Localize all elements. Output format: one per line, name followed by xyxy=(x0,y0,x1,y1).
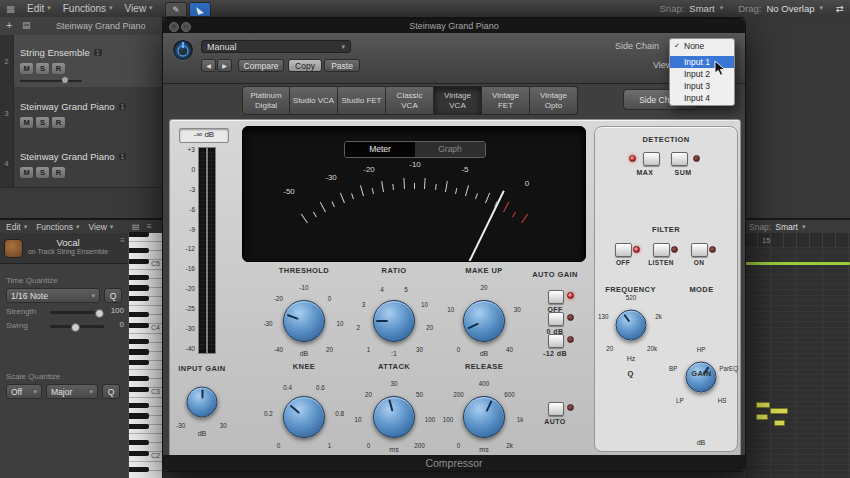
makeup-knob[interactable]: 010203040 xyxy=(439,289,529,353)
menu-edit[interactable]: Edit▾ xyxy=(27,3,51,14)
track-row[interactable]: 2 String Ensemble1 M S R xyxy=(0,35,162,88)
mute-button[interactable]: M xyxy=(20,63,33,74)
pr-menu-edit[interactable]: Edit▾ xyxy=(6,222,27,232)
piano-black-key[interactable] xyxy=(129,387,149,392)
knob-dial[interactable] xyxy=(463,396,505,438)
circuit-studio-vca[interactable]: Studio VCA xyxy=(290,86,338,115)
menu-functions[interactable]: Functions▾ xyxy=(63,3,113,14)
link-window-button[interactable]: – xyxy=(181,22,191,32)
pointer-tool-button[interactable] xyxy=(189,2,211,17)
close-window-button[interactable]: × xyxy=(169,22,179,32)
time-quantize-q-button[interactable]: Q xyxy=(104,288,122,303)
next-preset-button[interactable]: ▶ xyxy=(217,59,232,72)
menu-item-input-4[interactable]: Input 4 xyxy=(670,92,734,104)
menu-item-input-1[interactable]: Input 1 xyxy=(670,56,734,68)
attack-knob[interactable]: 010203050100200 xyxy=(349,385,439,449)
piano-black-key[interactable] xyxy=(129,360,149,365)
piano-view-icon[interactable]: ▤ xyxy=(132,222,140,231)
piano-black-key[interactable] xyxy=(129,296,149,301)
drag-select[interactable]: No Overlap xyxy=(766,3,814,14)
prev-preset-button[interactable]: ◀ xyxy=(201,59,216,72)
knob-dial[interactable] xyxy=(373,300,415,342)
midi-note[interactable] xyxy=(756,414,768,420)
solo-button[interactable]: S xyxy=(36,63,49,74)
release-knob[interactable]: 01002004006001k2k xyxy=(439,385,529,449)
paste-button[interactable]: Paste xyxy=(324,59,360,72)
piano-black-key[interactable] xyxy=(129,339,149,344)
solo-button[interactable]: S xyxy=(36,167,49,178)
knob-dial[interactable] xyxy=(283,300,325,342)
circuit-classic-vca[interactable]: Classic VCA xyxy=(386,86,434,115)
knob-dial[interactable] xyxy=(463,300,505,342)
auto-gain-off-button[interactable] xyxy=(548,290,564,304)
circuit-vintage-vca[interactable]: Vintage VCA xyxy=(434,86,482,115)
scale-select[interactable]: Major ▾ xyxy=(46,384,98,399)
time-quantize-select[interactable]: 1/16 Note ▾ xyxy=(6,288,100,303)
list-view-icon[interactable]: ≡ xyxy=(147,222,152,231)
detection-max-button[interactable] xyxy=(643,152,660,166)
midi-note[interactable] xyxy=(774,420,785,426)
circuit-vintage-fet[interactable]: Vintage FET xyxy=(482,86,530,115)
mute-button[interactable]: M xyxy=(20,117,33,128)
piano-black-key[interactable] xyxy=(129,376,149,381)
circuit-vintage-opto[interactable]: Vintage Opto xyxy=(530,86,578,115)
midi-note[interactable] xyxy=(744,262,850,265)
knob-dial[interactable] xyxy=(187,387,218,418)
knob-dial[interactable] xyxy=(283,396,325,438)
piano-black-key[interactable] xyxy=(129,413,149,418)
swing-slider-handle[interactable] xyxy=(71,323,80,332)
auto-gain-minus12db-button[interactable] xyxy=(548,334,564,348)
piano-black-key[interactable] xyxy=(129,467,149,472)
piano-black-key[interactable] xyxy=(129,275,149,280)
circuit-platinum-digital[interactable]: Platinum Digital xyxy=(242,86,290,115)
auto-release-button[interactable] xyxy=(548,402,564,416)
piano-black-key[interactable] xyxy=(129,312,149,317)
scale-root-select[interactable]: Off ▾ xyxy=(6,384,42,399)
grid-icon[interactable]: ▦ xyxy=(6,3,15,14)
track-row[interactable]: 3 Steinway Grand Piano1 M S R xyxy=(0,87,162,140)
piano-black-key[interactable] xyxy=(129,349,149,354)
swap-arrows-icon[interactable]: ⇄ xyxy=(836,3,844,14)
frequency-knob[interactable]: 201305202k20k xyxy=(599,299,663,351)
pencil-tool-button[interactable]: ✎ xyxy=(165,2,187,17)
mute-button[interactable]: M xyxy=(20,167,33,178)
scale-quantize-q-button[interactable]: Q xyxy=(102,384,120,399)
piano-keyboard[interactable]: C5 C4 C3 C2 xyxy=(128,233,163,478)
knob-dial[interactable] xyxy=(616,310,647,341)
circuit-studio-fet[interactable]: Studio FET xyxy=(338,86,386,115)
ratio-knob[interactable]: 12345102030 xyxy=(349,289,439,353)
plugin-titlebar[interactable]: Steinway Grand Piano xyxy=(163,19,745,33)
menu-view[interactable]: View▾ xyxy=(125,3,153,14)
midi-note[interactable] xyxy=(770,408,788,414)
piano-black-key[interactable] xyxy=(129,248,149,253)
filter-off-button[interactable] xyxy=(615,243,632,257)
snap-select[interactable]: Smart xyxy=(689,3,714,14)
preset-select[interactable]: Manual ▾ xyxy=(201,40,351,53)
auto-gain-0db-button[interactable] xyxy=(548,312,564,326)
record-button[interactable]: R xyxy=(52,167,65,178)
filter-on-button[interactable] xyxy=(691,243,708,257)
power-button[interactable] xyxy=(172,39,194,61)
copy-button[interactable]: Copy xyxy=(288,59,322,72)
compare-button[interactable]: Compare xyxy=(238,59,284,72)
track-tool-icon[interactable]: ▤ xyxy=(22,20,31,30)
piano-black-key[interactable] xyxy=(129,403,149,408)
pr-menu-view[interactable]: View▾ xyxy=(89,222,114,232)
menu-item-none[interactable]: ✓ None xyxy=(670,40,734,52)
knob-dial[interactable] xyxy=(373,396,415,438)
pr-menu-functions[interactable]: Functions▾ xyxy=(36,222,79,232)
midi-note[interactable] xyxy=(756,402,770,408)
piano-black-key[interactable] xyxy=(129,323,149,328)
piano-black-key[interactable] xyxy=(129,424,149,429)
piano-black-key[interactable] xyxy=(129,259,149,264)
piano-black-key[interactable] xyxy=(129,451,149,456)
input-gain-knob[interactable]: -3030 xyxy=(171,376,233,428)
solo-button[interactable]: S xyxy=(36,117,49,128)
piano-black-key[interactable] xyxy=(129,440,149,445)
threshold-knob[interactable]: -40-30-20-1001020 xyxy=(259,289,349,353)
record-button[interactable]: R xyxy=(52,117,65,128)
piano-roll-ruler[interactable]: 15 xyxy=(744,233,850,248)
add-track-button[interactable]: + xyxy=(6,19,12,31)
track-volume-handle[interactable] xyxy=(62,77,68,83)
record-button[interactable]: R xyxy=(52,63,65,74)
